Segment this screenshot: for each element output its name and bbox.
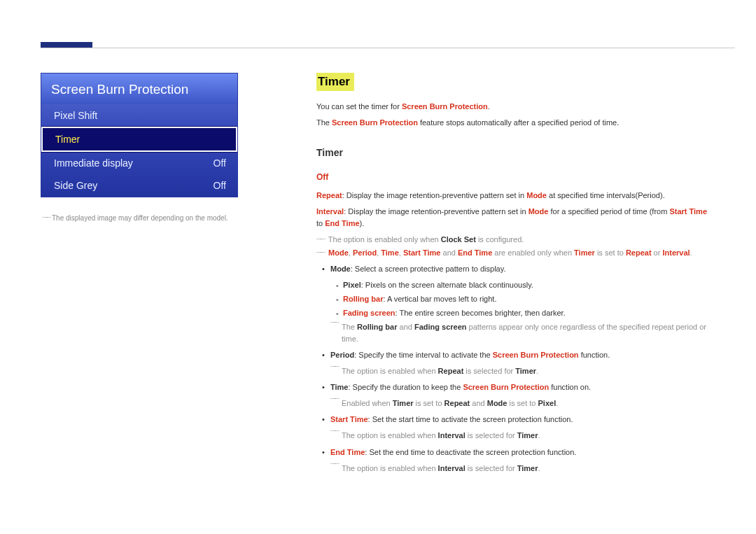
time-note: Enabled when Timer is set to Repeat and …	[316, 398, 708, 409]
menu-title: Screen Burn Protection	[41, 73, 237, 104]
menu-item-pixel-shift[interactable]: Pixel Shift	[41, 104, 237, 127]
top-horizontal-rule	[41, 48, 735, 48]
repeat-description: Repeat: Display the image retention-prev…	[316, 190, 708, 202]
rolling-fading-note: The Rolling bar and Fading screen patter…	[316, 321, 708, 345]
menu-item-label: Timer	[55, 134, 80, 145]
menu-item-label: Pixel Shift	[54, 110, 97, 121]
screen-burn-menu: Screen Burn Protection Pixel Shift Timer…	[41, 73, 238, 197]
period-note: The option is enabled when Repeat is sel…	[316, 365, 708, 377]
clock-set-note: The option is enabled only when Clock Se…	[316, 234, 708, 246]
start-time-item: Start Time: Set the start time to activa…	[316, 414, 708, 426]
rolling-bar-item: Rolling bar: A vertical bar moves left t…	[316, 293, 708, 305]
fading-screen-item: Fading screen: The entire screen becomes…	[316, 307, 708, 319]
menu-item-immediate-display[interactable]: Immediate display Off	[41, 152, 237, 174]
content-column: Timer You can set the timer for Screen B…	[316, 73, 708, 479]
options-list: Mode: Select a screen protective pattern…	[316, 263, 708, 475]
menu-item-value: Off	[214, 157, 226, 169]
menu-item-side-grey[interactable]: Side Grey Off	[41, 174, 237, 197]
end-time-note: The option is enabled when Interval is s…	[316, 463, 708, 475]
image-disclaimer-note: The displayed image may differ depending…	[41, 214, 238, 222]
period-item: Period: Specify the time interval to act…	[316, 349, 708, 361]
menu-item-label: Side Grey	[54, 180, 97, 191]
menu-item-value: Off	[214, 180, 226, 191]
intro-paragraph-2: The Screen Burn Protection feature stops…	[316, 117, 708, 129]
section-heading-timer: Timer	[316, 73, 354, 91]
subsection-heading-timer: Timer	[316, 146, 708, 161]
interval-description: Interval: Display the image retention-pr…	[316, 206, 708, 230]
time-item: Time: Specify the duration to keep the S…	[316, 381, 708, 393]
pixel-item: Pixel: Pixels on the screen alternate bl…	[316, 279, 708, 291]
section-marker	[41, 42, 92, 48]
end-time-item: End Time: Set the end time to deactivate…	[316, 447, 708, 458]
mode-item: Mode: Select a screen protective pattern…	[316, 263, 708, 275]
intro-paragraph-1: You can set the timer for Screen Burn Pr…	[316, 101, 708, 113]
menu-preview-column: Screen Burn Protection Pixel Shift Timer…	[41, 73, 238, 222]
start-time-note: The option is enabled when Interval is s…	[316, 430, 708, 442]
menu-item-timer[interactable]: Timer	[41, 127, 237, 152]
off-label: Off	[316, 171, 708, 184]
menu-item-label: Immediate display	[54, 157, 133, 169]
enabled-when-note: Mode, Period, Time, Start Time and End T…	[316, 247, 708, 259]
